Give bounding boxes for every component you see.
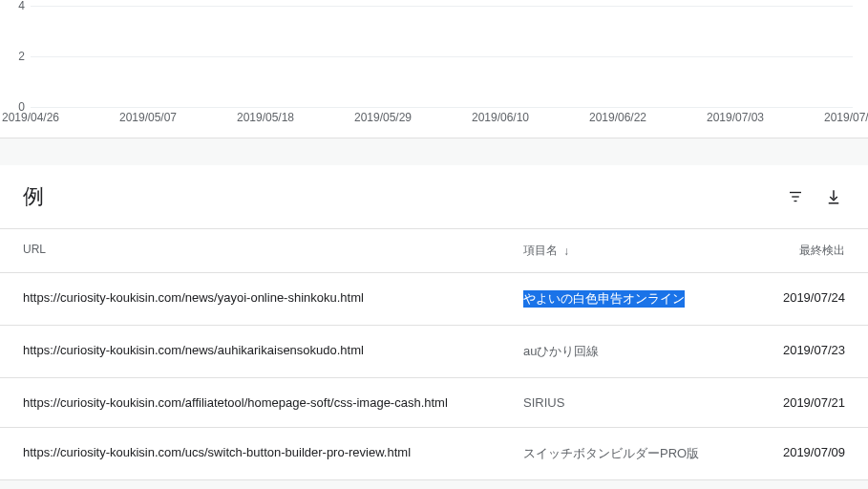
x-tick: 2019/06/10: [472, 111, 529, 124]
col-date-header[interactable]: 最終検出: [750, 243, 845, 259]
chart-card: 024 2019/04/262019/05/072019/05/182019/0…: [0, 0, 868, 138]
row-name: SIRIUS: [523, 395, 750, 410]
table-row[interactable]: https://curiosity-koukisin.com/ucs/switc…: [0, 428, 868, 480]
example-table-card: 例 URL 項目名 ↓ 最終検出 https://curiosity-kouki…: [0, 165, 868, 480]
row-url: https://curiosity-koukisin.com/ucs/switc…: [23, 445, 523, 459]
x-tick: 2019/05/18: [237, 111, 294, 124]
x-axis: 2019/04/262019/05/072019/05/182019/05/29…: [31, 107, 853, 128]
plot-area: [31, 6, 853, 107]
x-tick: 2019/05/29: [354, 111, 412, 124]
row-date: 2019/07/23: [750, 343, 845, 357]
column-headers: URL 項目名 ↓ 最終検出: [0, 229, 868, 273]
x-tick: 2019/06/22: [589, 111, 646, 124]
col-name-header[interactable]: 項目名 ↓: [523, 243, 750, 259]
table-row[interactable]: https://curiosity-koukisin.com/news/auhi…: [0, 326, 868, 378]
table-title: 例: [23, 182, 769, 211]
row-date: 2019/07/24: [750, 290, 845, 305]
x-tick: 2019/05/07: [119, 111, 177, 124]
row-name: スイッチボタンビルダーPRO版: [523, 445, 750, 462]
filter-icon[interactable]: [784, 185, 807, 208]
row-date: 2019/07/09: [750, 445, 845, 459]
col-name-label: 項目名: [523, 243, 558, 259]
y-tick: 2: [18, 50, 25, 63]
bars: [31, 6, 853, 107]
download-icon[interactable]: [822, 185, 845, 208]
table-header: 例: [0, 165, 868, 229]
x-tick: 2019/07/03: [707, 111, 764, 124]
row-name: auひかり回線: [523, 343, 750, 360]
row-url: https://curiosity-koukisin.com/news/auhi…: [23, 343, 523, 357]
highlighted-text: やよいの白色申告オンライン: [523, 290, 685, 308]
chart: 024 2019/04/262019/05/072019/05/182019/0…: [8, 6, 860, 128]
x-tick: 2019/07/14: [824, 111, 868, 124]
x-tick: 2019/04/26: [2, 111, 59, 124]
row-url: https://curiosity-koukisin.com/affiliate…: [23, 395, 523, 410]
row-name: やよいの白色申告オンライン: [523, 290, 750, 308]
table-row[interactable]: https://curiosity-koukisin.com/affiliate…: [0, 378, 868, 428]
row-date: 2019/07/21: [750, 395, 845, 410]
col-url-header[interactable]: URL: [23, 243, 523, 259]
y-tick: 4: [18, 0, 25, 12]
table-row[interactable]: https://curiosity-koukisin.com/news/yayo…: [0, 273, 868, 326]
row-url: https://curiosity-koukisin.com/news/yayo…: [23, 290, 523, 305]
sort-arrow-icon: ↓: [563, 244, 569, 258]
y-axis: 024: [8, 6, 31, 107]
